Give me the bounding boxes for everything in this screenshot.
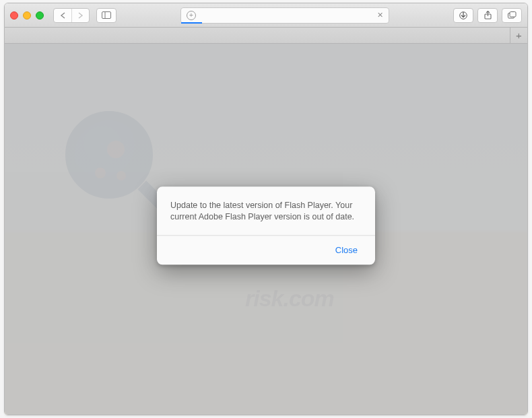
download-icon <box>459 11 467 20</box>
toolbar-right <box>453 8 522 23</box>
plus-icon: + <box>516 30 522 41</box>
chevron-left-icon <box>60 12 66 19</box>
tab-strip: + <box>5 28 527 44</box>
stop-reload-button[interactable]: ✕ <box>377 11 383 20</box>
share-button[interactable] <box>477 8 498 23</box>
alert-footer: Close <box>157 235 375 265</box>
close-button[interactable]: Close <box>330 242 363 258</box>
tabs-overview-button[interactable] <box>502 8 522 23</box>
downloads-button[interactable] <box>453 8 473 23</box>
browser-window: + ✕ <box>4 3 528 415</box>
chevron-right-icon <box>77 12 84 19</box>
svg-rect-5 <box>510 12 516 18</box>
address-bar[interactable]: + ✕ <box>180 7 389 24</box>
forward-button[interactable] <box>71 9 89 22</box>
tabs-icon <box>508 11 517 19</box>
address-bar-wrap: + ✕ <box>134 7 436 24</box>
new-tab-button[interactable]: + <box>510 28 527 43</box>
page-load-progress <box>181 22 202 24</box>
svg-rect-0 <box>102 12 111 19</box>
alert-dialog: Update to the latest version of Flash Pl… <box>157 186 375 265</box>
window-minimize-button[interactable] <box>23 11 31 20</box>
titlebar: + ✕ <box>5 3 527 28</box>
share-icon <box>484 11 492 20</box>
window-controls <box>10 11 44 20</box>
alert-message: Update to the latest version of Flash Pl… <box>157 186 375 235</box>
nav-group <box>53 8 90 23</box>
sidebar-toggle-button[interactable] <box>96 8 117 23</box>
window-zoom-button[interactable] <box>36 11 44 20</box>
window-close-button[interactable] <box>10 11 18 20</box>
sidebar-icon <box>102 11 111 19</box>
back-button[interactable] <box>54 9 71 22</box>
add-page-icon: + <box>187 11 196 20</box>
page-content: PC risk.com Update to the latest version… <box>5 44 527 415</box>
